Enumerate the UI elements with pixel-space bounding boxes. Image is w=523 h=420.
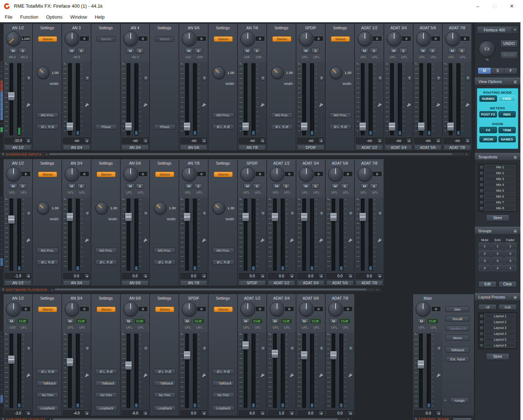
value-spinner-button[interactable]: ◄ xyxy=(260,138,265,143)
trim-gain-button[interactable]: T xyxy=(26,211,31,216)
groups-header[interactable]: Groups ▾ xyxy=(475,227,520,235)
trim-gain-button[interactable]: T xyxy=(85,346,90,351)
fader-track[interactable] xyxy=(10,334,13,408)
solo-button[interactable]: S xyxy=(136,48,144,53)
value-spinner-button[interactable]: ◄ xyxy=(319,138,324,143)
loopback-button[interactable]: Loopback xyxy=(154,405,176,411)
trim-gain-button[interactable]: T xyxy=(85,211,90,216)
pan-knob[interactable] xyxy=(416,31,431,46)
mute-button[interactable]: M xyxy=(271,318,279,324)
ms-proc-button[interactable]: MS Proc. xyxy=(271,112,293,118)
group-mute-2-button[interactable]: 2 xyxy=(479,250,491,256)
fader-handle[interactable] xyxy=(417,360,425,369)
value-spinner-button[interactable]: ◄ xyxy=(85,411,89,416)
cue-button[interactable]: CUE xyxy=(76,318,87,324)
option-rms-button[interactable]: RMS xyxy=(498,111,516,117)
fader-track[interactable] xyxy=(273,334,277,408)
no-trim-button[interactable]: No Trim xyxy=(95,392,117,398)
scrollbar-thumb[interactable] xyxy=(453,418,471,420)
fader-handle[interactable] xyxy=(447,122,454,131)
channel-settings-wrench-icon[interactable] xyxy=(202,237,207,243)
option-trim-button[interactable]: TRIM xyxy=(498,127,516,133)
cue-button[interactable]: CUE xyxy=(427,318,438,324)
no-trim-button[interactable]: No Trim xyxy=(37,392,59,398)
channel-settings-wrench-icon[interactable] xyxy=(377,237,382,243)
solo-button[interactable]: S xyxy=(253,183,261,189)
fader-track[interactable] xyxy=(302,334,306,408)
stereo-toggle-button[interactable]: Stereo xyxy=(272,36,291,42)
value-spinner-button[interactable]: ◄ xyxy=(26,411,31,416)
layout-select-button[interactable] xyxy=(479,332,483,336)
snapshot-item-mix-4[interactable]: Mix 4 xyxy=(484,182,516,187)
ms-proc-button[interactable]: MS Proc. xyxy=(95,248,117,253)
fader-handle[interactable] xyxy=(183,122,191,131)
value-spinner-button[interactable]: ◄ xyxy=(26,274,31,278)
trim-gain-button[interactable]: T xyxy=(437,346,441,351)
cue-button[interactable]: CUE xyxy=(193,318,204,324)
scrollbar-thumb[interactable] xyxy=(53,419,338,420)
menu-window[interactable]: Window xyxy=(70,14,87,20)
section-collapse-icon[interactable]: ⇅ xyxy=(2,418,4,420)
value-spinner-button[interactable]: ◄ xyxy=(26,138,31,143)
phase-lr-button[interactable]: Ø L R Ø xyxy=(271,124,293,130)
ms-proc-button[interactable]: MS Proc. xyxy=(329,112,351,118)
mute-button[interactable]: M xyxy=(185,48,193,53)
redo-button[interactable]: REDO xyxy=(500,51,518,59)
trim-gain-button[interactable]: T xyxy=(319,211,324,216)
layout-item-layout-1[interactable]: Layout 1 xyxy=(484,314,516,319)
trim-gain-button[interactable]: T xyxy=(261,211,265,216)
pan-knob[interactable] xyxy=(270,302,284,316)
snapshot-item-mix-7[interactable]: Mix 7 xyxy=(484,200,516,205)
stereo-toggle-button[interactable]: Stereo xyxy=(331,36,350,42)
option-fx-button[interactable]: FX xyxy=(479,127,497,133)
channel-settings-wrench-icon[interactable] xyxy=(436,102,441,107)
pan-knob[interactable] xyxy=(299,31,314,46)
pan-knob[interactable] xyxy=(6,31,21,46)
channel-settings-wrench-icon[interactable] xyxy=(143,102,148,107)
layout-select-button[interactable] xyxy=(479,338,483,342)
talkback-route-button[interactable]: →Talkback xyxy=(37,380,59,386)
close-button[interactable]: × xyxy=(510,3,513,10)
snapshot-item-mix-6[interactable]: Mix 6 xyxy=(484,194,516,199)
phase-lr-button[interactable]: Ø L R Ø xyxy=(154,369,176,374)
pan-knob[interactable] xyxy=(6,302,21,316)
channel-settings-wrench-icon[interactable] xyxy=(85,237,90,243)
channel-settings-wrench-icon[interactable] xyxy=(26,102,31,107)
phase-lr-button[interactable]: Ø L R Ø xyxy=(37,124,59,130)
value-spinner-button[interactable]: ◄ xyxy=(436,138,441,143)
mute-button[interactable]: M xyxy=(302,183,310,189)
pan-knob[interactable] xyxy=(358,31,372,46)
fader-track[interactable] xyxy=(68,199,72,271)
value-spinner-button[interactable]: ◄ xyxy=(348,411,353,416)
stereo-toggle-button[interactable]: Stereo xyxy=(38,172,57,177)
value-spinner-button[interactable]: ◄ xyxy=(143,138,148,143)
snapshot-select-button[interactable] xyxy=(479,183,483,187)
trim-gain-button[interactable]: T xyxy=(143,346,148,351)
snapshot-item-mix-3[interactable]: Mix 3 xyxy=(484,176,516,181)
solo-button[interactable]: S xyxy=(311,183,320,189)
trim-gain-button[interactable]: T xyxy=(143,76,148,80)
horizontal-scrollbar[interactable]: ◄ ► xyxy=(45,153,468,156)
solo-button[interactable]: S xyxy=(429,48,437,53)
pan-knob[interactable] xyxy=(123,31,138,46)
trim-gain-button[interactable]: T xyxy=(436,76,441,80)
trim-gain-button[interactable]: T xyxy=(143,211,148,216)
fader-track[interactable] xyxy=(127,199,130,271)
scrollbar-track[interactable] xyxy=(52,418,347,420)
snapshot-select-button[interactable] xyxy=(479,200,483,205)
group-fader-4-button[interactable]: 4 xyxy=(504,265,516,271)
trim-gain-button[interactable]: T xyxy=(407,76,412,80)
scroll-right-icon[interactable]: ► xyxy=(347,419,350,420)
fader-track[interactable] xyxy=(302,199,306,271)
solo-button[interactable]: S xyxy=(194,183,202,189)
snapshot-select-button[interactable] xyxy=(479,195,483,199)
channel-settings-wrench-icon[interactable] xyxy=(260,102,265,107)
phase-lr-button[interactable]: Ø L R Ø xyxy=(212,259,234,265)
group-fader-1-button[interactable]: 1 xyxy=(504,243,516,249)
solo-button[interactable]: S xyxy=(19,48,27,53)
channel-settings-wrench-icon[interactable] xyxy=(85,102,90,107)
chevron-down-icon[interactable]: ▼ xyxy=(512,26,518,33)
layout-item-layout-4[interactable]: Layout 4 xyxy=(484,331,516,336)
fader-track[interactable] xyxy=(127,334,130,408)
pan-knob[interactable] xyxy=(328,302,343,316)
